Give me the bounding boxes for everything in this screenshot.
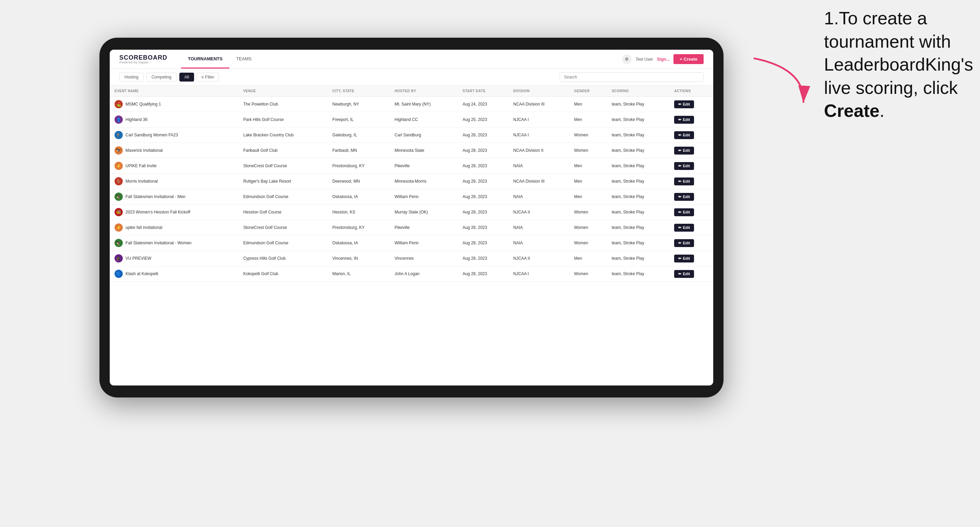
team-logo-icon: ⚡	[115, 224, 123, 232]
table-row: 🏌 Carl Sandburg Women FA23 Lake Bracken …	[110, 127, 713, 143]
user-label: Test User	[636, 57, 653, 62]
edit-button[interactable]: ✏ Edit	[674, 239, 694, 247]
sign-in-link[interactable]: Sign...	[657, 57, 669, 62]
team-logo-icon: 🐝	[115, 208, 123, 216]
table-row: 🦅 Maverick Invitational Faribault Golf C…	[110, 143, 713, 158]
cell-event-name: 🐝 2023 Women's Hesston Fall Kickoff	[110, 205, 238, 220]
col-city-state: CITY, STATE	[328, 86, 390, 97]
edit-button[interactable]: ✏ Edit	[674, 100, 694, 108]
cell-hosted-by: Mt. Saint Mary (NY)	[390, 97, 458, 112]
edit-button[interactable]: ✏ Edit	[674, 193, 694, 201]
cell-start-date: Aug 25, 2023	[458, 112, 509, 127]
cell-start-date: Aug 28, 2023	[458, 266, 509, 282]
edit-button[interactable]: ✏ Edit	[674, 162, 694, 170]
cell-hosted-by: Vincennes	[390, 251, 458, 266]
cell-city-state: Oskaloosa, IA	[328, 189, 390, 205]
cell-hosted-by: Murray State (OK)	[390, 205, 458, 220]
cell-city-state: Faribault, MN	[328, 143, 390, 158]
create-button[interactable]: + Create	[673, 54, 704, 64]
cell-city-state: Oskaloosa, IA	[328, 235, 390, 251]
edit-button[interactable]: ✏ Edit	[674, 224, 694, 232]
cell-start-date: Aug 28, 2023	[458, 189, 509, 205]
cell-event-name: 🦅 Fall Statesmen Invitational - Women	[110, 235, 238, 251]
cell-gender: Men	[569, 158, 607, 174]
edit-button[interactable]: ✏ Edit	[674, 178, 694, 186]
cell-division: NCAA Division III	[509, 97, 569, 112]
cell-venue: The Powelton Club	[238, 97, 328, 112]
cell-actions: ✏ Edit	[669, 220, 713, 235]
edit-button[interactable]: ✏ Edit	[674, 131, 694, 139]
cell-city-state: Galesburg, IL	[328, 127, 390, 143]
search-input[interactable]	[560, 72, 704, 82]
cell-hosted-by: Highland CC	[390, 112, 458, 127]
edit-icon: ✏	[678, 179, 681, 184]
cell-division: NAIA	[509, 235, 569, 251]
cell-city-state: Deerwood, MN	[328, 174, 390, 189]
cell-start-date: Aug 28, 2023	[458, 143, 509, 158]
col-start-date: START DATE	[458, 86, 509, 97]
cell-hosted-by: John A Logan	[390, 266, 458, 282]
all-filter-button[interactable]: All	[179, 73, 194, 81]
team-logo-icon: 🦅	[115, 239, 123, 247]
table-row: ⛳ MSMC Qualifying 1 The Powelton Club Ne…	[110, 97, 713, 112]
edit-button[interactable]: ✏ Edit	[674, 255, 694, 262]
cell-scoring: team, Stroke Play	[607, 251, 669, 266]
edit-icon: ✏	[678, 102, 681, 106]
cell-actions: ✏ Edit	[669, 127, 713, 143]
cell-start-date: Aug 28, 2023	[458, 220, 509, 235]
cell-division: NCAA Division II	[509, 143, 569, 158]
cell-hosted-by: Minnesota-Morris	[390, 174, 458, 189]
cell-start-date: Aug 28, 2023	[458, 235, 509, 251]
edit-icon: ✏	[678, 256, 681, 261]
cell-actions: ✏ Edit	[669, 266, 713, 282]
edit-icon: ✏	[678, 225, 681, 230]
team-logo-icon: 🦌	[115, 177, 123, 186]
cell-scoring: team, Stroke Play	[607, 127, 669, 143]
cell-scoring: team, Stroke Play	[607, 143, 669, 158]
filter-bar: Hosting Competing All ≡ Filter	[110, 69, 713, 86]
cell-start-date: Aug 28, 2023	[458, 158, 509, 174]
edit-icon: ✏	[678, 241, 681, 245]
team-logo-icon: 🔵	[115, 270, 123, 278]
competing-filter-button[interactable]: Competing	[146, 73, 177, 81]
filter-options-button[interactable]: ≡ Filter	[197, 73, 219, 81]
cell-venue: StoneCrest Golf Course	[238, 158, 328, 174]
edit-button[interactable]: ✏ Edit	[674, 208, 694, 216]
edit-button[interactable]: ✏ Edit	[674, 116, 694, 124]
tournaments-table-container: EVENT NAME VENUE CITY, STATE HOSTED BY S…	[110, 86, 713, 386]
tab-tournaments[interactable]: TOURNAMENTS	[181, 50, 229, 68]
cell-venue: Edmundson Golf Course	[238, 235, 328, 251]
tablet-frame: SCOREBOARD Powered by clipper TOURNAMENT…	[99, 38, 724, 397]
cell-division: NAIA	[509, 220, 569, 235]
cell-city-state: Freeport, IL	[328, 112, 390, 127]
table-row: 🔵 Klash at Kokopelli Kokopelli Golf Club…	[110, 266, 713, 282]
arrow-icon	[743, 48, 819, 116]
cell-event-name: 🦅 Fall Statesmen Invitational - Men	[110, 189, 238, 205]
team-logo-icon: ⚡	[115, 162, 123, 170]
cell-venue: Ruttger's Bay Lake Resort	[238, 174, 328, 189]
cell-event-name: 🦌 Morris Invitational	[110, 174, 238, 189]
settings-icon[interactable]: ⚙	[622, 54, 632, 64]
col-division: DIVISION	[509, 86, 569, 97]
cell-hosted-by: Minnesota State	[390, 143, 458, 158]
cell-division: NJCAA I	[509, 127, 569, 143]
cell-city-state: Newburgh, NY	[328, 97, 390, 112]
cell-gender: Women	[569, 266, 607, 282]
col-scoring: SCORING	[607, 86, 669, 97]
cell-event-name: 🦅 Maverick Invitational	[110, 143, 238, 158]
table-row: 🎓 VU PREVIEW Cypress Hills Golf Club Vin…	[110, 251, 713, 266]
cell-scoring: team, Stroke Play	[607, 220, 669, 235]
cell-venue: Edmundson Golf Course	[238, 189, 328, 205]
edit-icon: ✏	[678, 117, 681, 122]
cell-scoring: team, Stroke Play	[607, 189, 669, 205]
edit-button[interactable]: ✏ Edit	[674, 270, 694, 278]
hosting-filter-button[interactable]: Hosting	[119, 73, 144, 81]
cell-actions: ✏ Edit	[669, 143, 713, 158]
col-venue: VENUE	[238, 86, 328, 97]
tab-teams[interactable]: TEAMS	[229, 50, 259, 68]
cell-hosted-by: Carl Sandburg	[390, 127, 458, 143]
cell-actions: ✏ Edit	[669, 174, 713, 189]
edit-button[interactable]: ✏ Edit	[674, 147, 694, 154]
edit-icon: ✏	[678, 272, 681, 276]
cell-scoring: team, Stroke Play	[607, 174, 669, 189]
